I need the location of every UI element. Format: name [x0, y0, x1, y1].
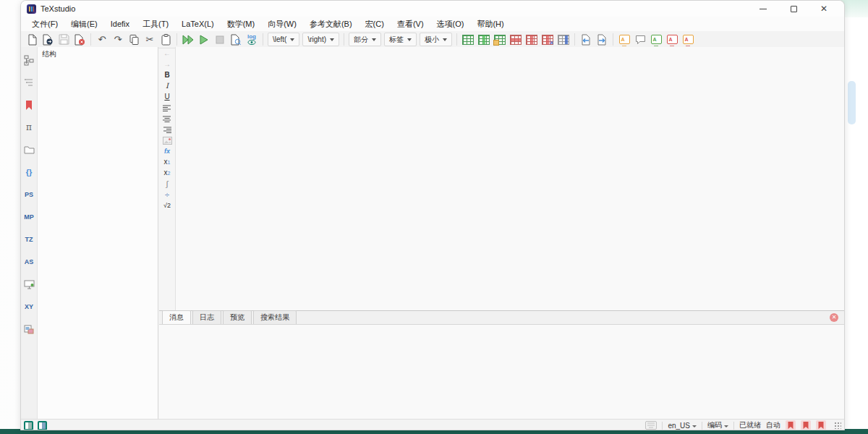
auto-status[interactable]: 自动 [766, 420, 780, 430]
maximize-button[interactable] [783, 3, 804, 14]
cut-column-button[interactable]: ✕ [540, 32, 556, 47]
label-combo[interactable]: 标签 [384, 33, 417, 46]
toggle-messages-panel-button[interactable] [38, 421, 47, 430]
align-columns-button[interactable] [556, 32, 571, 47]
tab-search-results[interactable]: 搜索结果 [253, 310, 297, 324]
save-button[interactable] [56, 32, 72, 47]
comment-button[interactable] [632, 32, 648, 47]
brackets-panel-button[interactable]: {} [22, 165, 36, 179]
indent-left-button[interactable]: ← [161, 48, 174, 59]
asymptote-panel-button[interactable]: AS [22, 255, 36, 269]
italic-button[interactable]: I [161, 81, 174, 91]
menu-options[interactable]: 选项(O) [430, 17, 471, 32]
undo-button[interactable]: ↶ [94, 32, 110, 47]
files-panel-button[interactable] [22, 142, 36, 157]
subscript-button[interactable]: x1 [161, 157, 174, 167]
insert-table-button[interactable] [460, 32, 476, 47]
menu-view[interactable]: 查看(V) [391, 17, 430, 32]
remove-column-button[interactable] [524, 32, 540, 47]
close-button[interactable]: ✕ [814, 3, 834, 14]
document-tree-button[interactable] [22, 75, 36, 90]
fraction-button[interactable]: ÷ [161, 190, 174, 200]
superscript-button[interactable]: x2 [161, 168, 174, 178]
preview-panel-button[interactable] [22, 322, 36, 336]
view-log-button[interactable]: log [244, 32, 260, 47]
close-panel-button[interactable]: ✕ [830, 313, 838, 322]
menu-file[interactable]: 文件(F) [25, 17, 64, 32]
add-annotation-button[interactable]: A [648, 32, 664, 47]
resize-grip[interactable] [834, 422, 841, 429]
bookmarks-panel-button[interactable] [22, 98, 36, 112]
toolbar-separator [613, 33, 613, 46]
open-document-button[interactable] [40, 32, 56, 47]
right-delimiter-combo[interactable]: \right) [302, 33, 339, 46]
toolbar-separator [90, 33, 91, 46]
bookmark-icon [25, 101, 33, 110]
menu-math[interactable]: 数学(M) [221, 17, 262, 32]
paste-button[interactable] [158, 32, 174, 47]
underline-button[interactable]: U [161, 92, 174, 102]
compile-button[interactable] [196, 32, 212, 47]
toggle-structure-panel-button[interactable] [24, 421, 33, 430]
pstricks-panel-button[interactable]: PS [22, 187, 36, 202]
editor-area[interactable] [175, 47, 844, 310]
paste-into-table-button[interactable] [492, 32, 508, 47]
font-size-combo[interactable]: 极小 [420, 33, 452, 46]
menu-bibliography[interactable]: 参考文献(B) [303, 17, 359, 32]
next-document-button[interactable] [594, 32, 610, 47]
tikz-panel-button[interactable]: TZ [22, 232, 36, 247]
close-document-button[interactable] [72, 32, 88, 47]
align-left-button[interactable] [161, 103, 174, 113]
indent-right-button[interactable]: → [161, 59, 174, 69]
menu-edit[interactable]: 编辑(E) [64, 17, 104, 32]
previous-document-button[interactable] [578, 32, 594, 47]
menu-wizard[interactable]: 向导(W) [261, 17, 303, 32]
inline-math-button[interactable]: fx [161, 146, 174, 156]
minimize-button[interactable] [753, 3, 773, 14]
annotation-add-icon: A [651, 35, 662, 44]
stop-button[interactable] [212, 32, 228, 47]
metapost-panel-button[interactable]: MP [22, 210, 36, 224]
align-right-button[interactable] [161, 124, 174, 135]
tab-messages[interactable]: 消息 [162, 310, 191, 324]
todo-note-button[interactable]: A [616, 32, 632, 47]
symbols-panel-button[interactable]: π [22, 120, 36, 135]
integral-button[interactable]: ∫ [161, 179, 174, 189]
menu-latex[interactable]: LaTeX(L) [175, 17, 221, 30]
menu-idefix[interactable]: Idefix [104, 17, 136, 30]
build-and-view-button[interactable] [180, 32, 196, 47]
spell-language-selector[interactable]: en_US [668, 422, 697, 430]
menu-tools[interactable]: 工具(T) [136, 17, 175, 32]
folder-icon [24, 145, 35, 154]
tab-preview[interactable]: 预览 [223, 310, 252, 324]
bookmark-3-button[interactable] [816, 420, 826, 430]
menu-macros[interactable]: 宏(C) [359, 17, 391, 32]
new-document-button[interactable] [24, 32, 40, 47]
encoding-selector[interactable]: 编码 [707, 420, 728, 430]
bookmark-1-button[interactable] [786, 420, 796, 430]
keyboard-icon [645, 421, 657, 430]
structure-view-button[interactable] [22, 53, 36, 67]
redo-button[interactable]: ↷ [110, 32, 126, 47]
bold-button[interactable]: B [161, 70, 174, 80]
add-column-button[interactable] [476, 32, 492, 47]
sectioning-combo[interactable]: 部分 [349, 33, 381, 46]
copy-button[interactable] [126, 32, 142, 47]
square-root-button[interactable]: √2 [161, 200, 174, 210]
beamer-panel-button[interactable] [22, 277, 36, 292]
xypic-panel-button[interactable]: XY [22, 299, 36, 314]
view-pdf-button[interactable] [228, 32, 244, 47]
align-center-button[interactable] [161, 114, 174, 124]
cut-button[interactable]: ✂ [142, 32, 158, 47]
bookmark-2-button[interactable] [801, 420, 811, 430]
tab-log[interactable]: 日志 [192, 310, 221, 324]
structure-panel[interactable]: 结构 [37, 47, 158, 419]
remove-annotation-button[interactable]: A [664, 32, 680, 47]
next-annotation-button[interactable]: A [680, 32, 696, 47]
left-delimiter-combo[interactable]: \left( [268, 33, 299, 46]
menu-help[interactable]: 帮助(H) [470, 17, 510, 32]
insert-image-button[interactable] [161, 135, 174, 145]
chevron-down-icon [290, 38, 294, 41]
close-document-icon [74, 34, 85, 46]
remove-row-button[interactable] [508, 32, 524, 47]
